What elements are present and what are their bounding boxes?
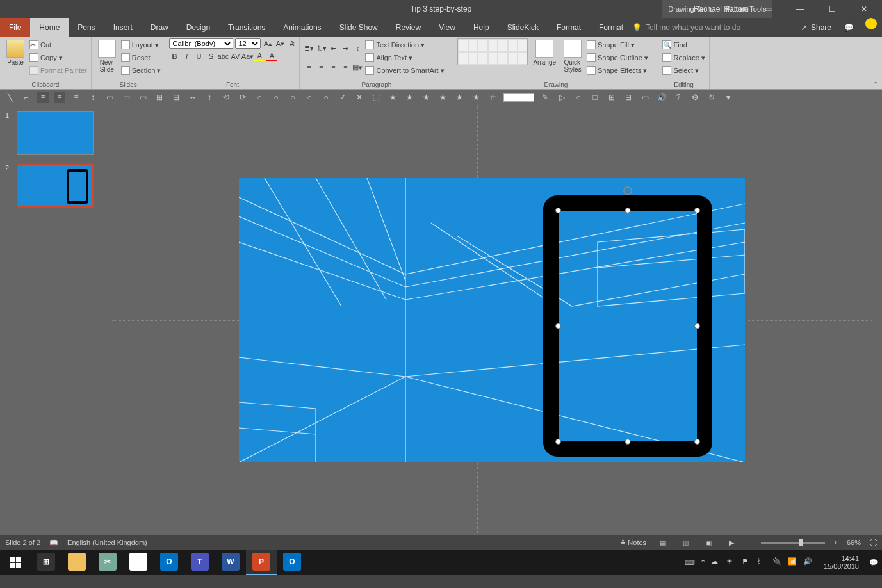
rotate-handle[interactable] — [623, 186, 632, 195]
maximize-button[interactable]: ☐ — [819, 0, 845, 18]
qat-btn[interactable]: ○ — [320, 92, 332, 103]
align-left-button[interactable]: ≡ — [304, 62, 314, 72]
taskbar-app-outlook[interactable]: O — [154, 550, 184, 575]
qat-btn[interactable]: ≡ — [54, 92, 65, 103]
qat-btn[interactable]: ⚙ — [689, 92, 701, 103]
clock[interactable]: 14:41 15/08/2018 — [819, 555, 864, 570]
notes-button[interactable]: ≗ Notes — [620, 539, 646, 547]
qat-btn[interactable]: ○ — [254, 92, 265, 103]
minimize-button[interactable]: — — [787, 0, 813, 18]
tab-slideshow[interactable]: Slide Show — [331, 18, 387, 37]
resize-handle-n[interactable] — [625, 208, 631, 213]
justify-button[interactable]: ≡ — [340, 62, 350, 72]
qat-btn[interactable]: 🔊 — [656, 92, 667, 103]
layout-button[interactable]: Layout▾ — [121, 40, 161, 50]
resize-handle-e[interactable] — [694, 323, 700, 329]
qat-btn[interactable]: ✎ — [539, 92, 551, 103]
paste-button[interactable]: Paste — [4, 38, 27, 67]
qat-btn[interactable]: ★ — [437, 92, 448, 103]
tell-me[interactable]: 💡 Tell me what you want to do — [632, 18, 740, 37]
increase-font-button[interactable]: A▴ — [263, 38, 273, 49]
zoom-out-button[interactable]: − — [747, 539, 751, 546]
font-color-button[interactable]: A — [266, 51, 277, 61]
underline-button[interactable]: U — [193, 51, 204, 61]
font-name-select[interactable]: Calibri (Body) — [169, 38, 233, 49]
emoji-icon[interactable] — [865, 18, 877, 29]
resize-handle-ne[interactable] — [694, 208, 700, 213]
collapse-ribbon-button[interactable]: ⌃ — [873, 81, 878, 88]
taskbar-app-outlook2[interactable]: O — [277, 550, 307, 575]
tab-transitions[interactable]: Transitions — [219, 18, 274, 37]
tab-draw[interactable]: Draw — [142, 18, 177, 37]
strike-button[interactable]: abc — [218, 51, 228, 61]
qat-btn[interactable]: ⬚ — [370, 92, 382, 103]
qat-btn[interactable]: □ — [589, 92, 601, 103]
section-button[interactable]: Section▾ — [121, 65, 161, 76]
sorter-view-button[interactable]: ▥ — [678, 537, 692, 548]
new-slide-button[interactable]: New Slide — [95, 38, 118, 74]
spacing-button[interactable]: AV — [230, 51, 240, 61]
qat-btn[interactable]: ↻ — [706, 92, 717, 103]
qat-btn[interactable]: ○ — [287, 92, 298, 103]
slide[interactable] — [239, 178, 745, 462]
keyboard-icon[interactable]: ⌨ — [685, 559, 695, 567]
normal-view-button[interactable]: ▦ — [655, 537, 669, 548]
indent-right-button[interactable]: ⇥ — [340, 43, 350, 53]
select-button[interactable]: Select▾ — [662, 65, 705, 76]
reading-view-button[interactable]: ▣ — [701, 537, 715, 548]
quick-styles-button[interactable]: Quick Styles — [561, 38, 584, 74]
spell-check-icon[interactable]: 📖 — [49, 539, 58, 547]
qat-btn[interactable]: ⊟ — [623, 92, 634, 103]
resize-handle-se[interactable] — [694, 439, 700, 445]
slide-canvas[interactable] — [112, 105, 872, 535]
slide-thumbnail-2[interactable] — [17, 164, 94, 208]
text-direction-button[interactable]: Text Direction▾ — [365, 40, 444, 50]
system-tray[interactable]: ⌨ ⌃ ☁ ☀ ⚑ ᛒ 🔌 📶 🔊 14:41 15/08/2018 💬 — [685, 555, 882, 570]
volume-icon[interactable]: 🔊 — [803, 557, 813, 568]
tab-view[interactable]: View — [430, 18, 464, 37]
taskbar-app-chrome[interactable]: ◉ — [123, 550, 154, 575]
flag-icon[interactable]: ⚑ — [742, 557, 752, 568]
tab-design[interactable]: Design — [177, 18, 219, 37]
taskbar-app-teams[interactable]: T — [184, 550, 215, 575]
arrange-button[interactable]: Arrange — [530, 38, 559, 67]
slide-indicator[interactable]: Slide 2 of 2 — [5, 539, 40, 546]
bullets-button[interactable]: ≣▾ — [304, 43, 314, 53]
comments-icon[interactable]: 💬 — [838, 18, 860, 37]
share-button[interactable]: ↗ Share — [794, 18, 838, 37]
qat-btn[interactable]: ⊞ — [606, 92, 617, 103]
zoom-in-button[interactable]: + — [834, 539, 838, 546]
align-center-button[interactable]: ≡ — [316, 62, 326, 72]
qat-btn[interactable]: ✕ — [354, 92, 365, 103]
italic-button[interactable]: I — [181, 51, 192, 61]
zoom-slider[interactable] — [761, 542, 825, 544]
tab-pens[interactable]: Pens — [69, 18, 104, 37]
qat-btn[interactable]: ⌐ — [20, 92, 32, 103]
qat-btn[interactable]: ⟳ — [237, 92, 249, 103]
qat-btn[interactable]: ╲ — [4, 92, 15, 103]
slideshow-view-button[interactable]: ▶ — [724, 537, 739, 548]
tablet-frame-shape[interactable] — [543, 195, 712, 457]
qat-btn[interactable]: ? — [673, 92, 684, 103]
clear-format-button[interactable]: A̷ — [287, 38, 297, 49]
tab-file[interactable]: File — [0, 18, 30, 37]
reset-button[interactable]: Reset — [121, 53, 161, 63]
qat-btn[interactable]: ★ — [404, 92, 415, 103]
tab-help[interactable]: Help — [464, 18, 498, 37]
qat-btn[interactable]: ✓ — [337, 92, 348, 103]
qat-btn[interactable]: ▭ — [639, 92, 651, 103]
shape-fill-button[interactable]: Shape Fill▾ — [587, 40, 648, 50]
qat-btn[interactable]: ☆ — [487, 92, 498, 103]
taskbar-app-powerpoint[interactable]: P — [246, 550, 277, 575]
start-button[interactable] — [0, 550, 31, 575]
close-button[interactable]: ✕ — [851, 0, 877, 18]
smartart-button[interactable]: Convert to SmartArt▾ — [365, 65, 444, 76]
replace-button[interactable]: Replace▾ — [662, 53, 705, 63]
resize-handle-sw[interactable] — [555, 439, 561, 445]
decrease-font-button[interactable]: A▾ — [275, 38, 285, 49]
qat-btn[interactable]: ⟲ — [220, 92, 232, 103]
qat-btn[interactable]: ↕ — [204, 92, 215, 103]
qat-btn[interactable]: ★ — [453, 92, 465, 103]
qat-btn[interactable]: ○ — [270, 92, 282, 103]
shadow-button[interactable]: S — [206, 51, 216, 61]
